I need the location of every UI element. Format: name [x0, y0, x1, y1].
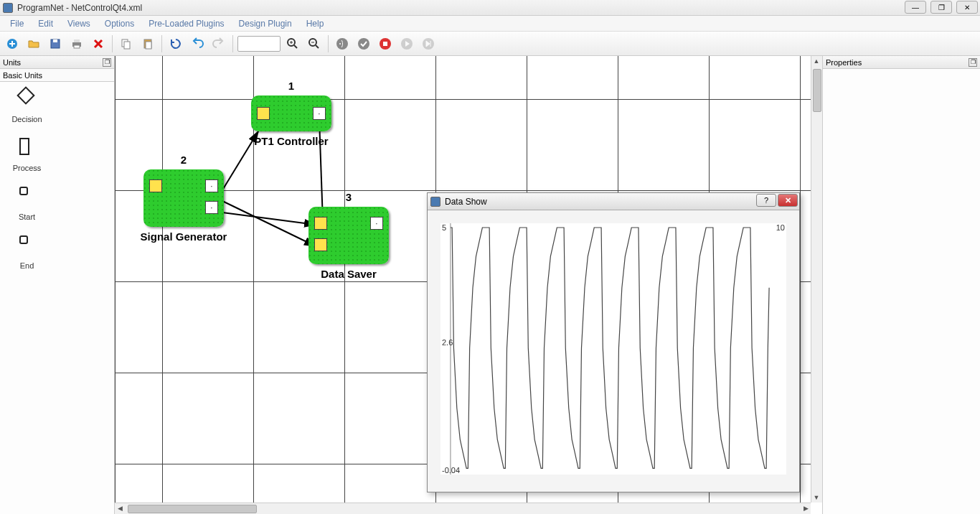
rect-icon: [19, 138, 29, 155]
minimize-button[interactable]: —: [905, 1, 926, 14]
horizontal-scrollbar[interactable]: ◀ ▶: [115, 503, 811, 514]
zoom-out-button[interactable]: [305, 34, 324, 53]
redo-button[interactable]: [209, 34, 228, 53]
new-button[interactable]: [3, 34, 22, 53]
properties-panel-header: Properties ❐: [823, 56, 980, 69]
play-button[interactable]: [397, 34, 416, 53]
port-input-icon[interactable]: [257, 107, 270, 120]
chart-ytick: -0.04: [442, 466, 460, 475]
properties-panel-minimize-icon[interactable]: ❐: [969, 58, 977, 67]
app-icon: [3, 3, 13, 13]
print-button[interactable]: [67, 34, 86, 53]
close-button[interactable]: ✕: [956, 1, 978, 14]
port-input-icon[interactable]: [314, 217, 327, 230]
svg-point-14: [358, 38, 369, 50]
svg-rect-4: [74, 39, 80, 42]
units-panel-minimize-icon[interactable]: ❐: [103, 58, 111, 67]
svg-rect-5: [74, 45, 80, 48]
menu-help[interactable]: Help: [299, 17, 331, 30]
port-output-icon[interactable]: ·: [205, 201, 218, 214]
unit-start[interactable]: Start: [7, 187, 47, 221]
unit-decision[interactable]: Decision: [7, 89, 47, 123]
port-input-icon[interactable]: [314, 238, 327, 251]
window-title: ProgramNet - NetControlQt4.xml: [17, 3, 142, 13]
port-output-icon[interactable]: ·: [205, 179, 218, 192]
diamond-icon: [17, 86, 34, 104]
toolbar: [0, 32, 980, 56]
maximize-button[interactable]: ❐: [930, 1, 952, 14]
run-button[interactable]: [333, 34, 352, 53]
svg-rect-7: [124, 42, 130, 49]
delete-button[interactable]: [89, 34, 108, 53]
menu-file[interactable]: File: [3, 17, 31, 30]
undo-button[interactable]: [188, 34, 207, 53]
units-panel: Units ❐ Basic Units Decision Process Sta…: [0, 56, 115, 514]
block-pt1-controller[interactable]: 1 · PT1 Controller: [251, 95, 331, 131]
menu-edit[interactable]: Edit: [31, 17, 60, 30]
port-input-icon[interactable]: [149, 179, 162, 192]
menu-options[interactable]: Options: [98, 17, 141, 30]
dialog-close-button[interactable]: ✕: [778, 194, 798, 207]
copy-button[interactable]: [117, 34, 136, 53]
menu-views[interactable]: Views: [60, 17, 98, 30]
units-subheader[interactable]: Basic Units: [0, 69, 114, 82]
svg-line-19: [219, 131, 258, 196]
unit-end[interactable]: End: [7, 235, 47, 270]
search-input[interactable]: [237, 36, 281, 52]
port-output-icon[interactable]: ·: [313, 107, 326, 120]
paste-button[interactable]: [138, 34, 157, 53]
dialog-titlebar[interactable]: Data Show ? ✕: [428, 193, 799, 210]
data-show-dialog[interactable]: Data Show ? ✕ 5 2.6 -0.04 10: [427, 192, 800, 492]
svg-line-21: [222, 201, 316, 246]
dialog-icon: [430, 197, 440, 207]
port-output-icon[interactable]: ·: [370, 217, 383, 230]
check-button[interactable]: [354, 34, 373, 53]
dialog-title: Data Show: [445, 197, 487, 207]
menu-preloaded-plugins[interactable]: Pre-Loaded Plugins: [141, 17, 231, 30]
chart-ytick: 5: [442, 223, 446, 232]
block-signal-generator[interactable]: 2 · · Signal Generator: [143, 169, 224, 227]
window-titlebar: ProgramNet - NetControlQt4.xml — ❐ ✕: [0, 0, 980, 16]
refresh-button[interactable]: [166, 34, 185, 53]
chart-ytick: 2.6: [442, 338, 453, 347]
menubar: File Edit Views Options Pre-Loaded Plugi…: [0, 16, 980, 32]
open-button[interactable]: [24, 34, 43, 53]
svg-rect-16: [383, 42, 387, 46]
menu-design-plugin[interactable]: Design Plugin: [232, 17, 299, 30]
stop-button[interactable]: [376, 34, 395, 53]
chart-plot-area: 5 2.6 -0.04 10: [440, 223, 786, 475]
svg-line-22: [222, 212, 316, 225]
vertical-scrollbar[interactable]: ▲ ▼: [811, 56, 822, 503]
svg-rect-9: [146, 42, 151, 49]
block-data-saver[interactable]: 3 · Data Saver: [308, 207, 389, 264]
svg-point-13: [339, 43, 341, 45]
zoom-in-button[interactable]: [283, 34, 302, 53]
properties-panel: Properties ❐: [822, 56, 980, 514]
step-button[interactable]: [419, 34, 438, 53]
units-panel-header: Units ❐: [0, 56, 114, 69]
dialog-help-button[interactable]: ?: [756, 194, 776, 207]
unit-process[interactable]: Process: [7, 138, 47, 172]
units-panel-title: Units: [3, 58, 21, 67]
square-icon: [19, 235, 28, 244]
svg-rect-2: [53, 39, 57, 42]
save-button[interactable]: [46, 34, 65, 53]
chart-xtick: 10: [776, 223, 785, 232]
properties-panel-title: Properties: [826, 58, 862, 67]
square-icon: [19, 187, 28, 195]
